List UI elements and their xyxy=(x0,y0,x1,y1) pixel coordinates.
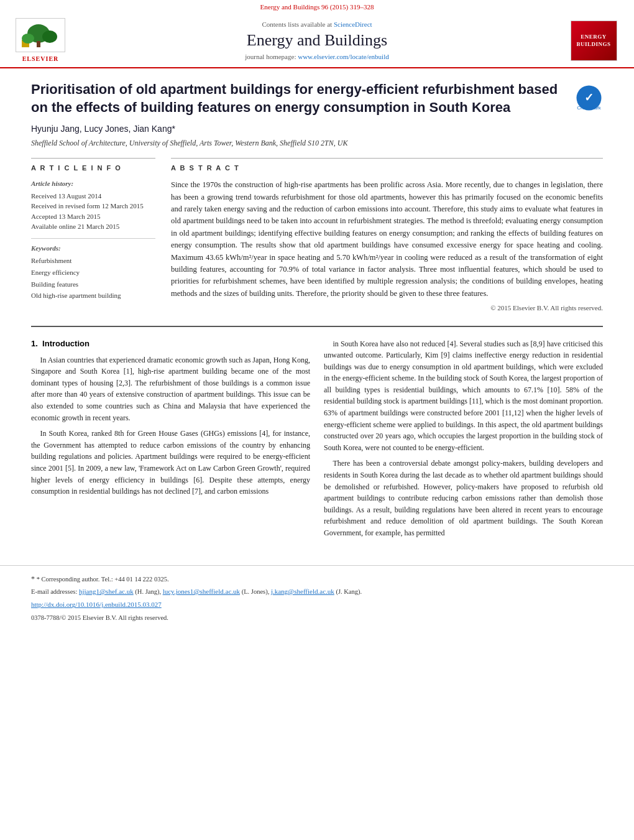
page: Energy and Buildings 96 (2015) 319–328 E… xyxy=(0,0,634,628)
info-abstract-section: A R T I C L E I N F O Article history: R… xyxy=(31,158,603,313)
svg-text:CrossMark: CrossMark xyxy=(577,105,602,111)
svg-rect-2 xyxy=(37,41,40,47)
intro-body-right: in South Korea have also not reduced [4]… xyxy=(324,338,603,539)
intro-body-left: In Asian countries that experienced dram… xyxy=(31,354,310,497)
footer-footnote: * * Corresponding author. Tel.: +44 01 1… xyxy=(31,573,603,623)
elsevier-logo-box xyxy=(16,18,65,52)
keyword-3: Building features xyxy=(31,279,155,290)
email3-link[interactable]: j.kang@sheffield.ac.uk xyxy=(271,588,334,595)
sciencedirect-link[interactable]: ScienceDirect xyxy=(334,21,372,28)
article-affiliation: Sheffield School of Architecture, Univer… xyxy=(31,138,603,149)
abstract-column: A B S T R A C T Since the 1970s the cons… xyxy=(171,158,603,313)
article-title: Prioritisation of old apartment building… xyxy=(31,81,566,116)
keywords-label: Keywords: xyxy=(31,244,155,253)
article-info-label: A R T I C L E I N F O xyxy=(31,164,155,173)
svg-point-3 xyxy=(22,34,34,44)
intro-right-para2: There has been a controversial debate am… xyxy=(324,458,603,538)
contents-available-line: Contents lists available at ScienceDirec… xyxy=(81,20,553,29)
section-divider xyxy=(31,326,603,327)
doi-link[interactable]: http://dx.doi.org/10.1016/j.enbuild.2015… xyxy=(31,601,162,608)
info-divider xyxy=(31,238,155,239)
elsevier-text: ELSEVIER xyxy=(22,55,59,63)
email1-link[interactable]: hjjang1@shef.ac.uk xyxy=(79,588,134,595)
article-footer: * * Corresponding author. Tel.: +44 01 1… xyxy=(0,565,634,628)
homepage-line: journal homepage: www.elsevier.com/locat… xyxy=(81,52,553,62)
body-right-col: in South Korea have also not reduced [4]… xyxy=(324,338,603,543)
intro-heading: 1. Introduction xyxy=(31,338,310,349)
issn-line: 0378-7788/© 2015 Elsevier B.V. All right… xyxy=(31,613,603,623)
elsevier-tree-icon xyxy=(19,21,62,49)
article-authors: Hyunju Jang, Lucy Jones, Jian Kang* xyxy=(31,123,603,136)
online-date: Available online 21 March 2015 xyxy=(31,221,155,232)
journal-logo-right: ENERGY BUILDINGS xyxy=(566,21,622,61)
history-label: Article history: xyxy=(31,179,155,188)
accepted-date: Accepted 13 March 2015 xyxy=(31,211,155,222)
article-history: Article history: Received 13 August 2014… xyxy=(31,179,155,231)
homepage-url[interactable]: www.elsevier.com/locate/enbuild xyxy=(298,53,389,60)
corresponding-author-note: * * Corresponding author. Tel.: +44 01 1… xyxy=(31,573,603,585)
energy-buildings-logo: ENERGY BUILDINGS xyxy=(571,21,617,61)
citation-line: Energy and Buildings 96 (2015) 319–328 xyxy=(0,0,634,13)
email-addresses-line: E-mail addresses: hjjang1@shef.ac.uk (H.… xyxy=(31,586,603,597)
article-info-column: A R T I C L E I N F O Article history: R… xyxy=(31,158,155,313)
title-section: Prioritisation of old apartment building… xyxy=(31,81,603,116)
journal-header: ELSEVIER Contents lists available at Sci… xyxy=(0,13,634,68)
email2-link[interactable]: lucy.jones1@sheffield.ac.uk xyxy=(163,588,240,595)
introduction-section: 1. Introduction In Asian countries that … xyxy=(31,338,603,543)
elsevier-logo: ELSEVIER xyxy=(12,18,68,63)
svg-point-4 xyxy=(42,30,57,43)
intro-right-para1: in South Korea have also not reduced [4]… xyxy=(324,338,603,454)
journal-center: Contents lists available at ScienceDirec… xyxy=(68,20,566,62)
intro-para2: In South Korea, ranked 8th for Green Hou… xyxy=(31,428,310,497)
received-date: Received 13 August 2014 xyxy=(31,191,155,201)
keyword-2: Energy efficiency xyxy=(31,267,155,279)
abstract-text: Since the 1970s the construction of high… xyxy=(171,179,603,300)
copyright-line: © 2015 Elsevier B.V. All rights reserved… xyxy=(171,303,603,313)
revised-date: Received in revised form 12 March 2015 xyxy=(31,201,155,211)
doi-line: http://dx.doi.org/10.1016/j.enbuild.2015… xyxy=(31,599,603,610)
intro-para1: In Asian countries that experienced dram… xyxy=(31,354,310,424)
svg-text:✓: ✓ xyxy=(584,91,594,104)
crossmark-logo: ✓ CrossMark xyxy=(575,84,603,112)
keyword-4: Old high-rise apartment building xyxy=(31,290,155,302)
article-content: Prioritisation of old apartment building… xyxy=(0,68,634,555)
keywords-group: Keywords: Refurbishment Energy efficienc… xyxy=(31,244,155,302)
body-left-col: 1. Introduction In Asian countries that … xyxy=(31,338,310,543)
keyword-1: Refurbishment xyxy=(31,255,155,267)
citation-text: Energy and Buildings 96 (2015) 319–328 xyxy=(260,3,374,11)
abstract-label: A B S T R A C T xyxy=(171,164,603,173)
journal-title: Energy and Buildings xyxy=(81,30,553,50)
